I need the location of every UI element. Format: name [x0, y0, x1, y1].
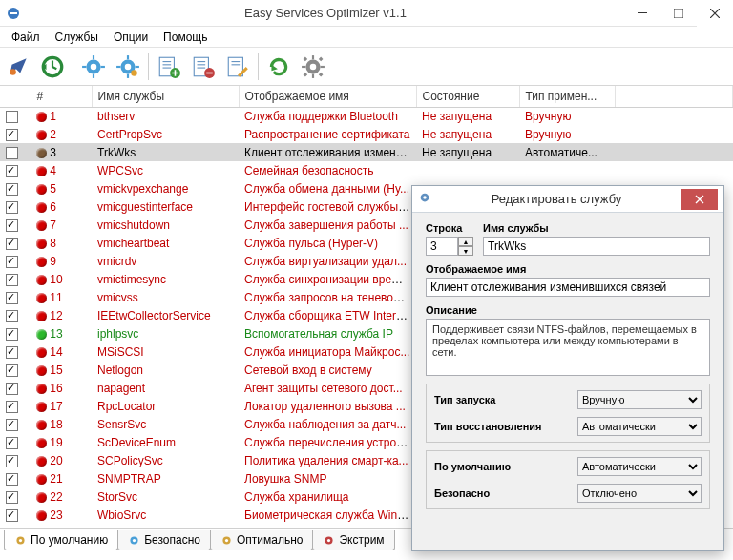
default-profile-select[interactable]: Автоматически	[577, 457, 702, 476]
service-name: vmictimesync	[97, 273, 166, 286]
service-display-name: Интерфейс гостевой службы ...	[244, 200, 410, 214]
status-dot-icon	[36, 474, 47, 485]
service-display-name: Сетевой вход в систему	[244, 363, 372, 377]
status-dot-icon	[36, 130, 47, 140]
dialog-titlebar[interactable]: Редактировать службу	[412, 186, 723, 213]
status-dot-icon	[36, 492, 47, 503]
svg-point-4	[10, 69, 15, 75]
tool-list-remove-icon[interactable]	[187, 51, 220, 83]
line-input[interactable]	[426, 237, 458, 256]
row-checkbox[interactable]	[6, 111, 18, 123]
tab-extreme[interactable]: Экстрим	[312, 530, 394, 550]
tab-optimal[interactable]: Оптимально	[210, 530, 314, 550]
tool-refresh-icon[interactable]	[262, 51, 295, 83]
row-checkbox[interactable]	[6, 328, 18, 341]
col-checkbox[interactable]	[0, 86, 31, 107]
row-number: 18	[50, 418, 62, 431]
svg-rect-15	[127, 73, 129, 77]
window-title: Easy Services Optimizer v1.1	[27, 6, 624, 20]
row-checkbox[interactable]	[6, 256, 18, 268]
row-checkbox[interactable]	[6, 238, 18, 250]
tool-list-edit-icon[interactable]	[221, 51, 254, 83]
row-checkbox[interactable]	[6, 147, 18, 159]
table-row[interactable]: 2CertPropSvcРаспространение сертификатаН…	[0, 125, 733, 143]
row-checkbox[interactable]	[6, 165, 18, 177]
svg-rect-16	[116, 65, 120, 67]
service-display-name: Политика удаления смарт-ка...	[244, 454, 408, 467]
row-checkbox[interactable]	[6, 455, 18, 467]
service-state: Не запущена	[422, 146, 492, 159]
tool-rocket-icon[interactable]	[2, 51, 34, 83]
row-checkbox[interactable]	[6, 437, 18, 449]
row-number: 20	[50, 454, 62, 467]
service-display-name: Служба синхронизации време...	[244, 273, 415, 286]
col-display[interactable]: Отображаемое имя	[239, 86, 416, 107]
table-row[interactable]: 4WPCSvcСемейная безопасность	[0, 161, 733, 179]
startup-type-label: Тип запуска	[434, 394, 577, 405]
display-name-label: Отображаемое имя	[426, 263, 710, 275]
startup-type-select[interactable]: Вручную	[577, 390, 702, 409]
description-box[interactable]: Поддерживает связи NTFS-файлов, перемеща…	[426, 319, 710, 376]
row-checkbox[interactable]	[6, 310, 18, 322]
svg-rect-1	[10, 12, 17, 14]
tool-gear1-icon[interactable]	[77, 51, 110, 83]
toolbar-separator	[258, 53, 259, 80]
row-checkbox[interactable]	[6, 383, 18, 395]
row-number: 7	[50, 218, 56, 232]
col-start[interactable]: Тип примен...	[519, 86, 615, 107]
minimize-button[interactable]	[624, 0, 660, 27]
row-checkbox[interactable]	[6, 219, 18, 232]
close-button[interactable]	[697, 0, 733, 27]
spin-down-icon[interactable]: ▼	[458, 246, 473, 256]
display-name-input[interactable]	[426, 278, 710, 297]
spin-up-icon[interactable]: ▲	[458, 237, 473, 246]
menu-services[interactable]: Службы	[48, 29, 106, 46]
table-row[interactable]: 1bthservСлужба поддержки BluetoothНе зап…	[0, 107, 733, 125]
row-number: 15	[50, 363, 62, 377]
row-checkbox[interactable]	[6, 491, 18, 504]
col-state[interactable]: Состояние	[416, 86, 519, 107]
service-display-name: Локатор удаленного вызова ...	[244, 400, 406, 413]
table-row[interactable]: 3TrkWksКлиент отслеживания изменив...Не …	[0, 143, 733, 161]
status-dot-icon	[36, 510, 47, 521]
row-checkbox[interactable]	[6, 201, 18, 214]
row-checkbox[interactable]	[6, 364, 18, 377]
service-name-input[interactable]	[483, 237, 710, 256]
menu-options[interactable]: Опции	[106, 29, 156, 46]
service-display-name: Служба хранилища	[244, 490, 349, 504]
row-checkbox[interactable]	[6, 183, 18, 196]
col-name[interactable]: Имя службы	[92, 86, 239, 107]
tool-list-add-icon[interactable]	[153, 51, 185, 83]
tab-safe[interactable]: Безопасно	[117, 530, 211, 550]
row-checkbox[interactable]	[6, 129, 18, 141]
service-display-name: Служба инициатора Майкрос...	[244, 345, 409, 359]
service-display-name: Служба обмена данными (Hy...	[244, 182, 409, 196]
row-checkbox[interactable]	[6, 292, 18, 304]
safe-profile-select[interactable]: Отключено	[577, 484, 702, 503]
menu-help[interactable]: Помощь	[156, 29, 215, 46]
menu-file[interactable]: Файл	[4, 29, 48, 46]
svg-rect-41	[319, 72, 324, 76]
tool-gear2-icon[interactable]	[112, 51, 144, 83]
status-dot-icon	[36, 384, 47, 394]
tool-settings-icon[interactable]	[297, 51, 329, 83]
recovery-type-select[interactable]: Автоматически	[577, 417, 702, 436]
service-display-name: Ловушка SNMP	[244, 472, 326, 486]
svg-point-43	[19, 538, 22, 541]
row-checkbox[interactable]	[6, 419, 18, 431]
maximize-button[interactable]	[660, 0, 697, 27]
toolbar-separator	[73, 53, 73, 80]
row-checkbox[interactable]	[6, 274, 18, 286]
row-number: 9	[50, 255, 56, 268]
row-checkbox[interactable]	[6, 509, 18, 522]
dialog-close-button[interactable]	[681, 189, 718, 210]
col-number[interactable]: #	[31, 86, 92, 107]
line-spinbox[interactable]: ▲▼	[426, 237, 473, 256]
row-number: 16	[50, 382, 62, 395]
tab-default[interactable]: По умолчанию	[4, 530, 118, 550]
tool-restore-icon[interactable]	[36, 51, 69, 83]
service-display-name: Вспомогательная служба IP	[244, 327, 393, 341]
row-checkbox[interactable]	[6, 473, 18, 486]
row-checkbox[interactable]	[6, 401, 18, 413]
row-checkbox[interactable]	[6, 346, 18, 359]
